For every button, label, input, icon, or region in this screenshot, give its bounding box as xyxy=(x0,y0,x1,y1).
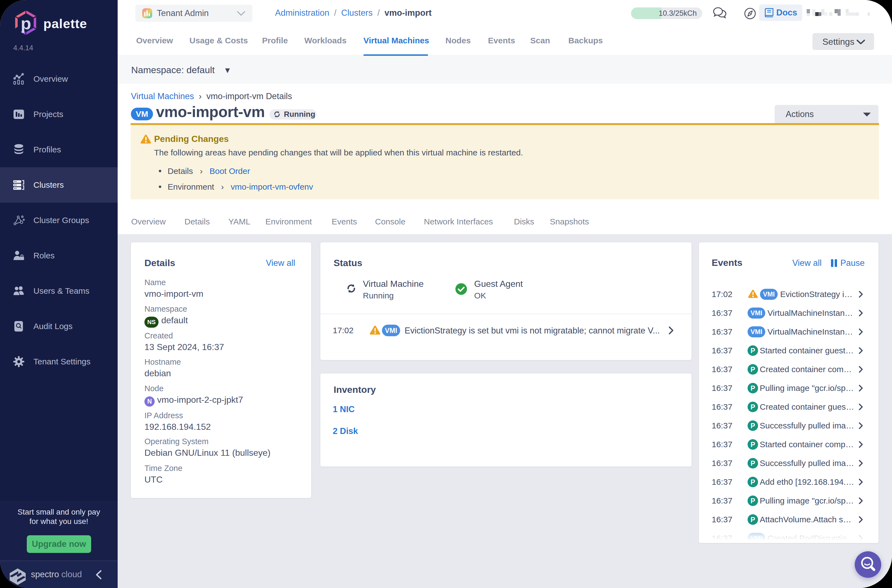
svg-text:p: p xyxy=(21,14,31,33)
